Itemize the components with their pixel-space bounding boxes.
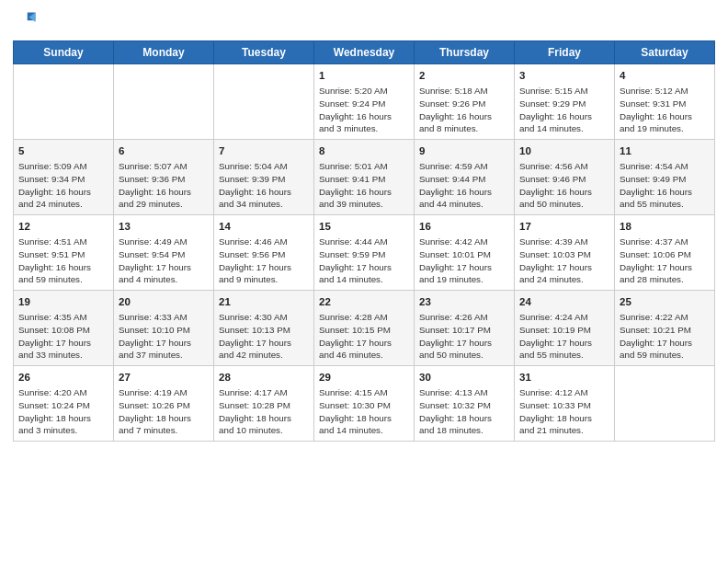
day-info: Sunrise: 4:39 AM Sunset: 10:03 PM Daylig… bbox=[519, 236, 609, 286]
day-info: Sunrise: 4:35 AM Sunset: 10:08 PM Daylig… bbox=[18, 311, 108, 362]
day-info: Sunrise: 5:09 AM Sunset: 9:34 PM Dayligh… bbox=[18, 160, 108, 211]
day-info: Sunrise: 4:30 AM Sunset: 10:13 PM Daylig… bbox=[219, 311, 309, 362]
day-number: 31 bbox=[519, 370, 609, 385]
day-number: 27 bbox=[119, 370, 209, 385]
day-info: Sunrise: 4:19 AM Sunset: 10:26 PM Daylig… bbox=[119, 386, 209, 437]
day-info: Sunrise: 4:44 AM Sunset: 9:59 PM Dayligh… bbox=[319, 236, 409, 286]
day-number: 21 bbox=[219, 294, 309, 309]
day-number: 11 bbox=[620, 144, 710, 158]
day-number: 3 bbox=[519, 68, 609, 83]
day-info: Sunrise: 5:01 AM Sunset: 9:41 PM Dayligh… bbox=[319, 160, 409, 211]
day-header-row: SundayMondayTuesdayWednesdayThursdayFrid… bbox=[14, 41, 715, 64]
day-info: Sunrise: 4:51 AM Sunset: 9:51 PM Dayligh… bbox=[18, 236, 108, 286]
day-number: 1 bbox=[319, 68, 409, 83]
day-cell bbox=[214, 64, 314, 140]
day-info: Sunrise: 4:49 AM Sunset: 9:54 PM Dayligh… bbox=[119, 236, 209, 286]
day-cell: 19Sunrise: 4:35 AM Sunset: 10:08 PM Dayl… bbox=[14, 291, 114, 366]
day-info: Sunrise: 4:37 AM Sunset: 10:06 PM Daylig… bbox=[620, 236, 710, 286]
day-info: Sunrise: 4:26 AM Sunset: 10:17 PM Daylig… bbox=[419, 311, 509, 362]
day-number: 6 bbox=[119, 144, 209, 158]
day-number: 13 bbox=[119, 219, 209, 234]
logo bbox=[13, 9, 42, 35]
day-cell: 22Sunrise: 4:28 AM Sunset: 10:15 PM Dayl… bbox=[314, 291, 415, 366]
day-info: Sunrise: 4:42 AM Sunset: 10:01 PM Daylig… bbox=[419, 236, 509, 286]
week-row-2: 5Sunrise: 5:09 AM Sunset: 9:34 PM Daylig… bbox=[14, 140, 715, 215]
page: SundayMondayTuesdayWednesdayThursdayFrid… bbox=[0, 0, 728, 563]
day-info: Sunrise: 4:24 AM Sunset: 10:19 PM Daylig… bbox=[519, 311, 609, 362]
day-info: Sunrise: 4:56 AM Sunset: 9:46 PM Dayligh… bbox=[519, 160, 609, 211]
day-cell: 9Sunrise: 4:59 AM Sunset: 9:44 PM Daylig… bbox=[415, 140, 515, 215]
day-number: 4 bbox=[620, 68, 710, 83]
day-cell: 30Sunrise: 4:13 AM Sunset: 10:32 PM Dayl… bbox=[415, 366, 515, 442]
day-header-wednesday: Wednesday bbox=[314, 41, 415, 64]
calendar-body: 1Sunrise: 5:20 AM Sunset: 9:24 PM Daylig… bbox=[14, 64, 715, 442]
day-cell bbox=[615, 366, 715, 442]
day-cell: 1Sunrise: 5:20 AM Sunset: 9:24 PM Daylig… bbox=[314, 64, 415, 140]
day-info: Sunrise: 4:33 AM Sunset: 10:10 PM Daylig… bbox=[119, 311, 209, 362]
day-info: Sunrise: 5:20 AM Sunset: 9:24 PM Dayligh… bbox=[319, 85, 409, 135]
day-info: Sunrise: 5:15 AM Sunset: 9:29 PM Dayligh… bbox=[519, 85, 609, 135]
day-info: Sunrise: 5:18 AM Sunset: 9:26 PM Dayligh… bbox=[419, 85, 509, 135]
day-cell: 26Sunrise: 4:20 AM Sunset: 10:24 PM Dayl… bbox=[14, 366, 114, 442]
day-info: Sunrise: 4:13 AM Sunset: 10:32 PM Daylig… bbox=[419, 386, 509, 437]
week-row-1: 1Sunrise: 5:20 AM Sunset: 9:24 PM Daylig… bbox=[14, 64, 715, 140]
day-cell: 21Sunrise: 4:30 AM Sunset: 10:13 PM Dayl… bbox=[214, 291, 314, 366]
day-number: 25 bbox=[620, 294, 710, 309]
day-number: 5 bbox=[18, 144, 108, 158]
day-cell: 7Sunrise: 5:04 AM Sunset: 9:39 PM Daylig… bbox=[214, 140, 314, 215]
day-info: Sunrise: 4:12 AM Sunset: 10:33 PM Daylig… bbox=[519, 386, 609, 437]
week-row-3: 12Sunrise: 4:51 AM Sunset: 9:51 PM Dayli… bbox=[14, 215, 715, 291]
day-cell bbox=[14, 64, 114, 140]
day-number: 14 bbox=[219, 219, 309, 234]
calendar-header: SundayMondayTuesdayWednesdayThursdayFrid… bbox=[14, 41, 715, 64]
day-number: 24 bbox=[519, 294, 609, 309]
day-number: 29 bbox=[319, 370, 409, 385]
day-number: 15 bbox=[319, 219, 409, 234]
day-number: 12 bbox=[18, 219, 108, 234]
day-cell: 28Sunrise: 4:17 AM Sunset: 10:28 PM Dayl… bbox=[214, 366, 314, 442]
day-cell: 17Sunrise: 4:39 AM Sunset: 10:03 PM Dayl… bbox=[515, 215, 615, 291]
day-number: 8 bbox=[319, 144, 409, 158]
day-number: 20 bbox=[119, 294, 209, 309]
day-cell: 6Sunrise: 5:07 AM Sunset: 9:36 PM Daylig… bbox=[114, 140, 214, 215]
day-cell: 5Sunrise: 5:09 AM Sunset: 9:34 PM Daylig… bbox=[14, 140, 114, 215]
day-cell: 20Sunrise: 4:33 AM Sunset: 10:10 PM Dayl… bbox=[114, 291, 214, 366]
day-info: Sunrise: 4:22 AM Sunset: 10:21 PM Daylig… bbox=[620, 311, 710, 362]
day-number: 2 bbox=[419, 68, 509, 83]
day-cell: 23Sunrise: 4:26 AM Sunset: 10:17 PM Dayl… bbox=[415, 291, 515, 366]
day-number: 9 bbox=[419, 144, 509, 158]
day-number: 18 bbox=[620, 219, 710, 234]
day-number: 23 bbox=[419, 294, 509, 309]
day-cell: 27Sunrise: 4:19 AM Sunset: 10:26 PM Dayl… bbox=[114, 366, 214, 442]
day-info: Sunrise: 4:46 AM Sunset: 9:56 PM Dayligh… bbox=[219, 236, 309, 286]
day-cell: 11Sunrise: 4:54 AM Sunset: 9:49 PM Dayli… bbox=[615, 140, 715, 215]
day-cell: 25Sunrise: 4:22 AM Sunset: 10:21 PM Dayl… bbox=[615, 291, 715, 366]
day-cell: 2Sunrise: 5:18 AM Sunset: 9:26 PM Daylig… bbox=[415, 64, 515, 140]
day-info: Sunrise: 4:20 AM Sunset: 10:24 PM Daylig… bbox=[18, 386, 108, 437]
day-number: 10 bbox=[519, 144, 609, 158]
day-number: 19 bbox=[18, 294, 108, 309]
day-header-sunday: Sunday bbox=[14, 41, 114, 64]
day-cell: 29Sunrise: 4:15 AM Sunset: 10:30 PM Dayl… bbox=[314, 366, 415, 442]
day-info: Sunrise: 5:04 AM Sunset: 9:39 PM Dayligh… bbox=[219, 160, 309, 211]
day-header-saturday: Saturday bbox=[615, 41, 715, 64]
day-number: 30 bbox=[419, 370, 509, 385]
day-cell: 31Sunrise: 4:12 AM Sunset: 10:33 PM Dayl… bbox=[515, 366, 615, 442]
day-number: 7 bbox=[219, 144, 309, 158]
day-cell: 24Sunrise: 4:24 AM Sunset: 10:19 PM Dayl… bbox=[515, 291, 615, 366]
day-cell: 12Sunrise: 4:51 AM Sunset: 9:51 PM Dayli… bbox=[14, 215, 114, 291]
day-number: 17 bbox=[519, 219, 609, 234]
day-info: Sunrise: 5:07 AM Sunset: 9:36 PM Dayligh… bbox=[119, 160, 209, 211]
day-cell: 3Sunrise: 5:15 AM Sunset: 9:29 PM Daylig… bbox=[515, 64, 615, 140]
day-number: 16 bbox=[419, 219, 509, 234]
week-row-4: 19Sunrise: 4:35 AM Sunset: 10:08 PM Dayl… bbox=[14, 291, 715, 366]
day-header-tuesday: Tuesday bbox=[214, 41, 314, 64]
day-cell: 18Sunrise: 4:37 AM Sunset: 10:06 PM Dayl… bbox=[615, 215, 715, 291]
day-info: Sunrise: 4:59 AM Sunset: 9:44 PM Dayligh… bbox=[419, 160, 509, 211]
calendar: SundayMondayTuesdayWednesdayThursdayFrid… bbox=[13, 40, 715, 442]
day-cell: 14Sunrise: 4:46 AM Sunset: 9:56 PM Dayli… bbox=[214, 215, 314, 291]
day-cell: 15Sunrise: 4:44 AM Sunset: 9:59 PM Dayli… bbox=[314, 215, 415, 291]
day-header-monday: Monday bbox=[114, 41, 214, 64]
day-info: Sunrise: 5:12 AM Sunset: 9:31 PM Dayligh… bbox=[620, 85, 710, 135]
day-number: 22 bbox=[319, 294, 409, 309]
